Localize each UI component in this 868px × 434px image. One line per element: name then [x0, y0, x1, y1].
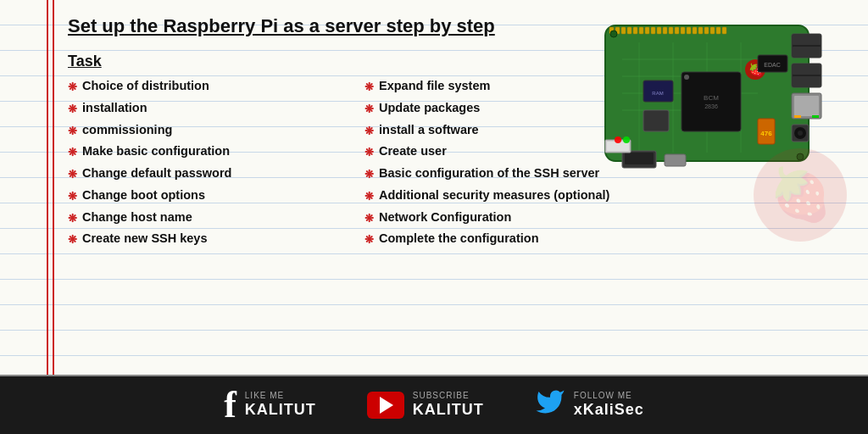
- bullet-icon: ❋: [364, 144, 374, 161]
- svg-point-48: [684, 75, 689, 80]
- task-text: install a software: [379, 121, 479, 140]
- rpi-logo-watermark: 🍓: [749, 144, 851, 246]
- youtube-social[interactable]: SUBSCRIBE KALITUT: [367, 391, 484, 420]
- svg-rect-43: [716, 27, 721, 34]
- svg-rect-37: [681, 27, 685, 34]
- youtube-name: KALITUT: [413, 401, 484, 420]
- svg-rect-17: [794, 115, 801, 118]
- task-text: Change boot options: [82, 186, 205, 205]
- svg-rect-31: [645, 27, 649, 34]
- svg-rect-33: [657, 27, 661, 34]
- svg-rect-27: [621, 27, 626, 34]
- svg-rect-10: [793, 35, 821, 45]
- bullet-icon: ❋: [68, 231, 77, 248]
- svg-rect-23: [625, 153, 654, 164]
- bullet-icon: ❋: [364, 166, 374, 183]
- svg-rect-41: [704, 27, 709, 34]
- svg-rect-44: [722, 27, 726, 34]
- task-text: Expand file system: [379, 77, 490, 96]
- svg-rect-28: [627, 27, 632, 34]
- twitter-name: xKaliSec: [574, 401, 644, 420]
- svg-text:BCM: BCM: [704, 94, 719, 102]
- list-item: ❋ installation: [68, 97, 364, 120]
- twitter-small-label: FOLLOW ME: [574, 391, 644, 401]
- bullet-icon: ❋: [68, 123, 77, 140]
- twitter-social[interactable]: FOLLOW ME xKaliSec: [535, 387, 644, 424]
- youtube-small-label: SUBSCRIBE: [413, 391, 484, 401]
- list-item: ❋ Change boot options: [68, 185, 364, 207]
- tasks-grid: ❋ Choice of distribution ❋ installation …: [68, 75, 661, 250]
- svg-rect-16: [794, 96, 819, 116]
- svg-rect-36: [675, 27, 679, 34]
- svg-rect-40: [698, 27, 703, 34]
- svg-rect-11: [793, 47, 821, 57]
- bullet-icon: ❋: [68, 79, 77, 96]
- svg-text:2836: 2836: [704, 103, 718, 109]
- task-text: installation: [82, 99, 147, 118]
- task-text: Update packages: [379, 99, 480, 118]
- svg-rect-18: [812, 115, 819, 118]
- bullet-icon: ❋: [68, 166, 77, 183]
- svg-rect-32: [651, 27, 655, 34]
- bullet-icon: ❋: [68, 101, 77, 118]
- svg-point-21: [798, 131, 803, 136]
- bullet-icon: ❋: [364, 231, 374, 248]
- task-text: commissioning: [82, 121, 172, 140]
- svg-rect-30: [639, 27, 643, 34]
- list-item: ❋ Change default password: [68, 163, 364, 185]
- svg-rect-34: [663, 27, 667, 34]
- raspberry-pi-image: BCM 2836 RAM 476 🍓 EDAC: [588, 8, 860, 263]
- task-text: Make basic configuration: [82, 142, 230, 161]
- bullet-icon: ❋: [68, 188, 77, 205]
- svg-point-61: [623, 136, 630, 143]
- task-text: Change default password: [82, 164, 231, 183]
- twitter-icon: [535, 387, 565, 424]
- svg-rect-42: [710, 27, 715, 34]
- svg-rect-38: [687, 27, 691, 34]
- svg-rect-39: [693, 27, 697, 34]
- task-text: Choice of distribution: [82, 77, 209, 96]
- task-text: Basic configuration of the SSH server: [379, 164, 599, 183]
- twitter-text: FOLLOW ME xKaliSec: [574, 391, 644, 420]
- bullet-icon: ❋: [68, 210, 77, 227]
- facebook-social[interactable]: f LIKE ME KALITUT: [224, 387, 316, 424]
- list-item: ❋ commissioning: [68, 120, 364, 142]
- facebook-name: KALITUT: [245, 401, 316, 420]
- svg-text:🍓: 🍓: [769, 164, 832, 225]
- svg-text:RAM: RAM: [652, 91, 663, 96]
- bullet-icon: ❋: [364, 210, 374, 227]
- bullet-icon: ❋: [364, 188, 374, 205]
- bullet-icon: ❋: [364, 101, 374, 118]
- task-text: Create new SSH keys: [82, 230, 208, 248]
- bullet-icon: ❋: [364, 123, 374, 140]
- task-text: Network Configuration: [379, 209, 511, 227]
- svg-rect-13: [793, 64, 821, 75]
- svg-rect-14: [793, 76, 821, 86]
- svg-rect-24: [665, 154, 686, 166]
- list-item: ❋ Create new SSH keys: [68, 228, 364, 250]
- bullet-icon: ❋: [364, 79, 374, 96]
- svg-text:476: 476: [760, 130, 772, 137]
- list-item: ❋ Make basic configuration: [68, 141, 364, 163]
- task-text: Create user: [379, 142, 447, 161]
- list-item: ❋ Change host name: [68, 207, 364, 229]
- task-text: Change host name: [82, 209, 192, 227]
- youtube-icon: [367, 392, 404, 419]
- bullet-icon: ❋: [68, 144, 77, 161]
- svg-point-62: [610, 31, 617, 37]
- page: Set up the Raspberry Pi as a server step…: [0, 0, 868, 434]
- facebook-icon: f: [224, 387, 236, 424]
- svg-rect-29: [633, 27, 637, 34]
- svg-rect-55: [643, 110, 669, 131]
- task-text: Additional security measures (optional): [379, 186, 609, 205]
- facebook-text: LIKE ME KALITUT: [245, 391, 316, 420]
- facebook-small-label: LIKE ME: [245, 391, 316, 401]
- footer: f LIKE ME KALITUT SUBSCRIBE KALITUT: [0, 376, 868, 434]
- task-text: Complete the configuration: [379, 230, 539, 248]
- list-item: ❋ Choice of distribution: [68, 75, 364, 97]
- youtube-text: SUBSCRIBE KALITUT: [413, 391, 484, 420]
- svg-point-60: [615, 136, 621, 143]
- youtube-play-icon: [380, 397, 393, 414]
- svg-rect-35: [669, 27, 673, 34]
- svg-text:EDAC: EDAC: [764, 62, 780, 68]
